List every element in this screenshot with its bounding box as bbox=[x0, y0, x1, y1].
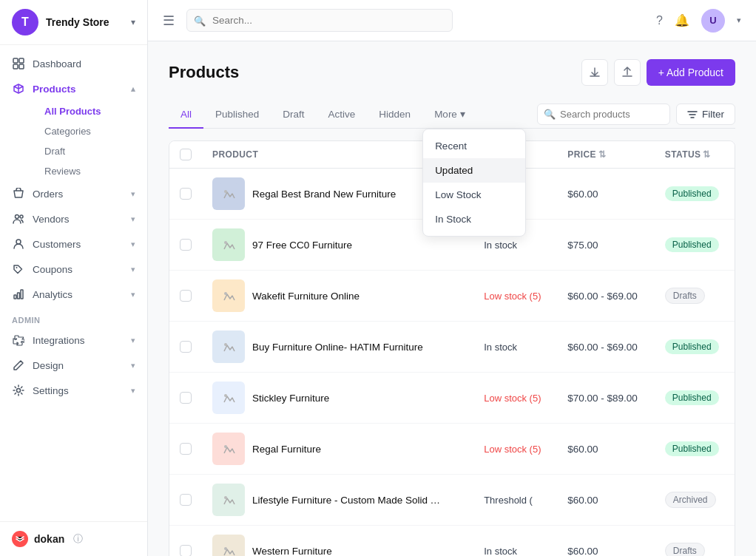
status-badge: Published bbox=[665, 390, 719, 405]
price-value: $60.00 bbox=[567, 546, 598, 557]
customers-chevron-icon: ▾ bbox=[131, 240, 135, 249]
sidebar-item-settings[interactable]: Settings ▾ bbox=[0, 378, 147, 403]
product-img-placeholder-icon bbox=[218, 234, 239, 255]
svg-rect-27 bbox=[218, 540, 239, 556]
row-checkbox-8[interactable] bbox=[180, 545, 192, 556]
tab-published[interactable]: Published bbox=[203, 101, 271, 129]
sidebar-item-customers[interactable]: Customers ▾ bbox=[0, 231, 147, 257]
user-icon bbox=[12, 237, 25, 251]
row-checkbox-3[interactable] bbox=[180, 290, 192, 302]
subnav-draft[interactable]: Draft bbox=[33, 141, 147, 161]
filter-icon bbox=[687, 109, 698, 120]
select-all-checkbox[interactable] bbox=[180, 149, 192, 160]
product-image bbox=[212, 228, 245, 261]
user-avatar[interactable]: U bbox=[701, 9, 725, 33]
sidebar-label-dashboard: Dashboard bbox=[33, 58, 81, 70]
subnav-all-products[interactable]: All Products bbox=[33, 101, 147, 121]
row-checkbox-1[interactable] bbox=[180, 188, 192, 200]
hamburger-icon[interactable]: ☰ bbox=[163, 13, 175, 29]
svg-point-16 bbox=[224, 241, 227, 244]
main-area: ☰ 🔍 ? 🔔 U ▾ Products + Add Product bbox=[148, 0, 756, 556]
status-sort-icon: ⇅ bbox=[703, 149, 710, 160]
svg-rect-2 bbox=[13, 64, 18, 69]
stock-value: In stock bbox=[484, 240, 517, 251]
store-avatar: T bbox=[12, 9, 38, 35]
product-search-input[interactable] bbox=[537, 104, 670, 125]
svg-point-18 bbox=[224, 292, 227, 295]
tab-hidden[interactable]: Hidden bbox=[367, 101, 422, 129]
add-product-button[interactable]: + Add Product bbox=[647, 59, 735, 86]
tab-more[interactable]: More ▾ Recent Updated Low Stock In Stock bbox=[422, 101, 477, 129]
subnav-categories[interactable]: Categories bbox=[33, 121, 147, 141]
product-image bbox=[212, 433, 245, 465]
store-header[interactable]: T Trendy Store ▾ bbox=[0, 0, 147, 45]
product-name: Regal Furniture bbox=[252, 444, 321, 455]
stock-value: Low stock (5) bbox=[484, 393, 541, 404]
global-search: 🔍 bbox=[186, 9, 453, 32]
products-chevron-icon: ▴ bbox=[131, 84, 135, 94]
tab-draft[interactable]: Draft bbox=[271, 101, 316, 129]
product-cell: Buy Furniture Online- HATIM Furniture bbox=[212, 330, 463, 363]
dropdown-item-low-stock[interactable]: Low Stock bbox=[423, 183, 525, 207]
row-checkbox-2[interactable] bbox=[180, 239, 192, 251]
price-value: $60.00 - $69.00 bbox=[567, 342, 638, 353]
info-icon[interactable]: ⓘ bbox=[73, 532, 83, 546]
download-button[interactable] bbox=[581, 59, 608, 86]
topbar-chevron-icon[interactable]: ▾ bbox=[737, 16, 741, 25]
bar-chart-icon bbox=[12, 288, 25, 301]
svg-point-7 bbox=[16, 267, 18, 268]
row-checkbox-5[interactable] bbox=[180, 392, 192, 404]
product-img-placeholder-icon bbox=[218, 183, 239, 204]
tab-all[interactable]: All bbox=[169, 101, 203, 129]
sidebar-label-orders: Orders bbox=[33, 189, 63, 200]
sidebar-item-orders[interactable]: Orders ▾ bbox=[0, 181, 147, 206]
price-value: $60.00 bbox=[567, 495, 598, 506]
tab-active[interactable]: Active bbox=[317, 101, 368, 129]
product-cell: Regal Furniture bbox=[212, 433, 463, 465]
subnav-reviews[interactable]: Reviews bbox=[33, 161, 147, 181]
product-image bbox=[212, 330, 245, 363]
row-checkbox-4[interactable] bbox=[180, 341, 192, 353]
table-row: Western Furniture In stock $60.00 Drafts bbox=[169, 526, 735, 557]
sidebar-item-dashboard[interactable]: Dashboard bbox=[0, 51, 147, 76]
row-checkbox-7[interactable] bbox=[180, 494, 192, 506]
sidebar-item-coupons[interactable]: Coupons ▾ bbox=[0, 257, 147, 282]
bell-icon[interactable]: 🔔 bbox=[675, 13, 689, 27]
th-status[interactable]: STATUS ⇅ bbox=[655, 141, 735, 169]
product-image bbox=[212, 484, 245, 516]
sidebar-item-design[interactable]: Design ▾ bbox=[0, 353, 147, 378]
svg-rect-10 bbox=[21, 290, 23, 299]
upload-button[interactable] bbox=[614, 59, 641, 86]
product-name: Regal Best Brand New Furniture bbox=[252, 189, 396, 200]
sidebar-footer: dokan ⓘ bbox=[0, 521, 147, 556]
sidebar-item-products[interactable]: Products ▴ bbox=[0, 76, 147, 101]
tabs-container: All Published Draft Active Hidden More ▾… bbox=[169, 101, 735, 129]
svg-point-24 bbox=[224, 445, 227, 448]
help-icon[interactable]: ? bbox=[656, 14, 663, 27]
price-value: $75.00 bbox=[567, 240, 598, 251]
dropdown-item-in-stock[interactable]: In Stock bbox=[423, 207, 525, 231]
tabs-row: All Published Draft Active Hidden More ▾… bbox=[169, 101, 735, 129]
product-name: Buy Furniture Online- HATIM Furniture bbox=[252, 342, 423, 353]
stock-value: Threshold ( bbox=[484, 495, 533, 506]
sidebar-item-analytics[interactable]: Analytics ▾ bbox=[0, 282, 147, 307]
admin-section-label: Admin bbox=[0, 307, 147, 328]
settings-chevron-icon: ▾ bbox=[131, 386, 135, 396]
price-value: $60.00 - $69.00 bbox=[567, 291, 638, 302]
product-img-placeholder-icon bbox=[218, 336, 239, 357]
topbar: ☰ 🔍 ? 🔔 U ▾ bbox=[148, 0, 756, 41]
dropdown-item-updated[interactable]: Updated bbox=[423, 158, 525, 183]
sidebar-item-integrations[interactable]: Integrations ▾ bbox=[0, 328, 147, 353]
svg-rect-1 bbox=[19, 58, 24, 63]
th-price[interactable]: PRICE ⇅ bbox=[557, 141, 655, 169]
row-checkbox-6[interactable] bbox=[180, 443, 192, 455]
filter-button[interactable]: Filter bbox=[676, 104, 735, 125]
sidebar-item-vendors[interactable]: Vendors ▾ bbox=[0, 206, 147, 231]
svg-point-4 bbox=[16, 215, 19, 219]
dropdown-item-recent[interactable]: Recent bbox=[423, 134, 525, 158]
coupons-chevron-icon: ▾ bbox=[131, 265, 135, 274]
status-badge: Published bbox=[665, 441, 719, 456]
global-search-icon: 🔍 bbox=[194, 15, 206, 26]
global-search-input[interactable] bbox=[186, 9, 453, 32]
price-value: $70.00 - $89.00 bbox=[567, 393, 638, 404]
